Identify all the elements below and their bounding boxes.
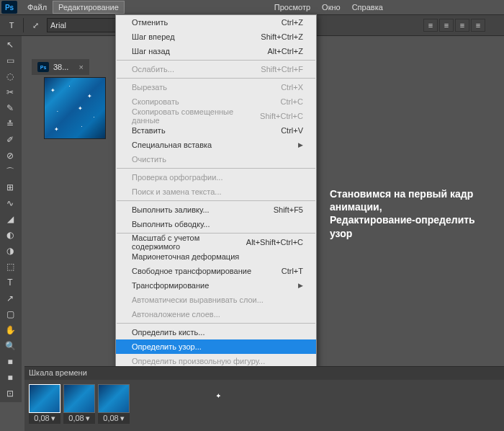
menu-Окно[interactable]: Окно (316, 1, 346, 14)
menu-item[interactable]: Свободное трансформированиеCtrl+T (116, 264, 316, 278)
tool-3[interactable]: ✂ (1, 85, 19, 99)
tool-5[interactable]: ≛ (1, 117, 19, 131)
menu-item[interactable]: Выполнить обводку... (116, 217, 316, 231)
menu-Справка[interactable]: Справка (346, 1, 389, 14)
align-center-button[interactable]: ≡ (439, 19, 454, 32)
menu-item-shortcut: Ctrl+X (281, 83, 303, 92)
justify-button[interactable]: ≡ (471, 19, 485, 32)
tool-12[interactable]: ◐ (1, 228, 19, 242)
menu-separator (117, 323, 315, 324)
frame-thumb: ✦ (63, 384, 95, 413)
menu-item-shortcut: Ctrl+Z (282, 18, 303, 27)
tool-16[interactable]: ↗ (1, 291, 19, 306)
menu-item-label: Марионеточная деформация (132, 252, 239, 261)
menu-item-label: Шаг вперед (132, 32, 175, 41)
align-right-button[interactable]: ≡ (455, 19, 469, 32)
menu-item[interactable]: Трансформирование▶ (116, 278, 316, 293)
menu-item-label: Автоналожение слоев... (132, 310, 220, 319)
tool-2[interactable]: ◌ (1, 69, 19, 84)
submenu-arrow-icon: ▶ (298, 141, 303, 148)
tool-7[interactable]: ⊘ (1, 148, 19, 163)
menu-item: Скопировать совмещенные данныеShift+Ctrl… (116, 109, 316, 123)
submenu-arrow-icon: ▶ (298, 282, 303, 289)
menu-item-shortcut: Alt+Shift+Ctrl+C (246, 238, 303, 246)
tool-4[interactable]: ✎ (1, 101, 19, 115)
menu-item-label: Определить кисть... (132, 328, 204, 337)
menu-separator (117, 200, 315, 201)
text-tool-icon[interactable]: T (4, 18, 19, 32)
menu-item-shortcut: Shift+Ctrl+C (260, 112, 303, 120)
tutorial-text: Становимся на первый кадр анимации,Редак… (330, 187, 495, 240)
tool-1[interactable]: ▭ (1, 53, 19, 68)
menu-item[interactable]: ОтменитьCtrl+Z (116, 15, 316, 30)
timeline-frame[interactable]: ✦0,08▾ (63, 384, 95, 424)
menu-item-label: Автоматически выравнивать слои... (132, 296, 264, 304)
timeline-title: Шкала времени (24, 367, 504, 380)
timeline-panel: Шкала времени ✦0,08▾✦0,08▾✦0,08▾ Постоян… (24, 366, 504, 431)
menu-item[interactable]: Масштаб с учетом содержимогоAlt+Shift+Ct… (116, 235, 316, 249)
document-tab[interactable]: Ps 38... × (32, 59, 89, 75)
document-title: 38... (53, 63, 68, 71)
menu-item-label: Вставить (132, 126, 166, 135)
menu-item-label: Отменить (132, 18, 168, 27)
tool-20[interactable]: ■ (1, 355, 19, 369)
tool-15[interactable]: T (1, 275, 19, 290)
menu-item-shortcut: Ctrl+V (281, 126, 303, 135)
tool-19[interactable]: 🔍 (1, 339, 19, 353)
menu-item[interactable]: ВставитьCtrl+V (116, 123, 316, 138)
divider (23, 18, 24, 32)
menu-separator (117, 60, 315, 61)
menu-item: Поиск и замена текста... (116, 185, 316, 199)
menu-item: Автоматически выравнивать слои... (116, 293, 316, 307)
menu-Просмотр[interactable]: Просмотр (269, 1, 316, 14)
menu-item-label: Специальная вставка (132, 141, 212, 149)
tool-22[interactable]: ⊡ (1, 386, 19, 401)
menu-item: СкопироватьCtrl+C (116, 94, 316, 109)
tool-0[interactable]: ↖ (1, 37, 19, 52)
menu-item[interactable]: Выполнить заливку...Shift+F5 (116, 203, 316, 217)
tool-21[interactable]: ■ (1, 370, 19, 385)
orientation-icon[interactable]: ⤢ (28, 18, 42, 32)
menubar: Ps ФайлРедактированиеПросмотрОкноСправка (0, 0, 504, 14)
menu-item: ВырезатьCtrl+X (116, 80, 316, 94)
menu-Файл[interactable]: Файл (22, 1, 53, 14)
menu-item-shortcut: Ctrl+C (281, 97, 303, 106)
chevron-down-icon[interactable]: ▾ (51, 414, 55, 423)
menu-item-shortcut: Shift+Ctrl+F (261, 65, 303, 74)
menu-item[interactable]: Определить узор... (116, 339, 316, 354)
menu-item: Ослабить...Shift+Ctrl+F (116, 62, 316, 76)
menu-item-label: Очистить (132, 155, 166, 164)
tool-14[interactable]: ⬚ (1, 259, 19, 274)
tool-10[interactable]: ∿ (1, 196, 19, 210)
timeline-frame[interactable]: ✦0,08▾ (29, 384, 60, 424)
chevron-down-icon[interactable]: ▾ (86, 414, 90, 423)
menu-item[interactable]: Шаг впередShift+Ctrl+Z (116, 30, 316, 44)
tool-17[interactable]: ▢ (1, 307, 19, 321)
align-left-button[interactable]: ≡ (423, 19, 438, 32)
chevron-down-icon[interactable]: ▾ (120, 414, 125, 423)
menu-item-label: Определить узор... (132, 342, 202, 351)
menu-item[interactable]: Определить кисть... (116, 325, 316, 339)
ps-badge-icon: Ps (37, 62, 49, 72)
menu-item-label: Масштаб с учетом содержимого (132, 234, 246, 251)
menu-item: Проверка орфографии... (116, 170, 316, 185)
timeline-frame[interactable]: ✦0,08▾ (98, 384, 130, 424)
tool-18[interactable]: ✋ (1, 323, 19, 337)
menu-Редактирование[interactable]: Редактирование (53, 1, 125, 14)
tool-6[interactable]: ✐ (1, 133, 19, 147)
tool-11[interactable]: ◢ (1, 212, 19, 226)
menu-item[interactable]: Марионеточная деформация (116, 249, 316, 264)
tool-13[interactable]: ◑ (1, 244, 19, 258)
close-icon[interactable]: × (78, 63, 83, 71)
menu-separator (117, 78, 315, 79)
menu-item[interactable]: Специальная вставка▶ (116, 138, 316, 152)
canvas[interactable]: ✦· ✦· ✦· ✦· (45, 78, 105, 138)
tool-8[interactable]: ⌒ (1, 164, 19, 179)
font-family-value: Arial (50, 21, 66, 30)
tool-9[interactable]: ⊞ (1, 180, 19, 195)
menu-item-label: Шаг назад (132, 47, 170, 55)
menu-item-label: Трансформирование (132, 281, 209, 290)
menu-item-label: Поиск и замена текста... (132, 187, 222, 196)
menu-item[interactable]: Шаг назадAlt+Ctrl+Z (116, 44, 316, 58)
menu-separator (117, 168, 315, 169)
